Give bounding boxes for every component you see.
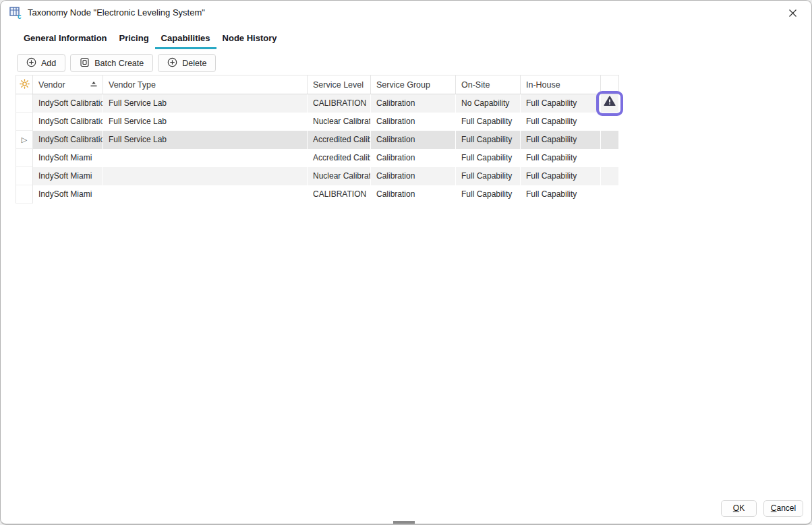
- column-header-service-level-label: Service Level: [313, 80, 364, 90]
- cell-service-group[interactable]: Calibration: [371, 113, 456, 131]
- capabilities-table: Vendor Vendor Type Service Level Service…: [16, 75, 619, 204]
- column-header-on-site[interactable]: On-Site: [456, 75, 521, 94]
- circle-plus-icon: [167, 57, 177, 69]
- cell-in-house[interactable]: Full Capability: [521, 113, 601, 131]
- tab-pricing[interactable]: Pricing: [113, 32, 155, 49]
- column-header-vendor-type-label: Vendor Type: [109, 80, 156, 90]
- batch-create-button[interactable]: Batch Create: [70, 54, 153, 72]
- cell-service-group[interactable]: Calibration: [371, 149, 456, 167]
- cell-vendor[interactable]: IndySoft Miami: [33, 185, 103, 204]
- batch-create-button-label: Batch Create: [94, 59, 144, 68]
- right-triangle-marker: ▷: [22, 131, 27, 148]
- cell-vendor-type[interactable]: Full Service Lab: [103, 113, 308, 131]
- taxonomy-node-dialog: c Taxonomy Node "Electronic Leveling Sys…: [0, 0, 812, 525]
- cell-service-group[interactable]: Calibration: [371, 185, 456, 204]
- delete-button[interactable]: Delete: [158, 54, 216, 72]
- column-header-service-group[interactable]: Service Group: [371, 75, 456, 94]
- cell-vendor[interactable]: IndySoft Calibratio: [33, 131, 103, 149]
- cell-in-house[interactable]: Full Capability: [521, 185, 601, 204]
- capability-column-header[interactable]: [16, 75, 33, 94]
- column-header-in-house[interactable]: In-House: [521, 75, 601, 94]
- cell-service-level[interactable]: CALIBRATION: [308, 94, 371, 113]
- circle-plus-icon: [26, 57, 36, 69]
- cell-service-group[interactable]: Calibration: [371, 94, 456, 113]
- warning-triangle-icon[interactable]: [604, 95, 616, 113]
- cell-warning: [601, 131, 619, 149]
- column-header-on-site-label: On-Site: [461, 80, 490, 90]
- cell-service-level[interactable]: Accredited Calib: [308, 149, 371, 167]
- column-header-vendor-label: Vendor: [38, 80, 65, 90]
- cell-warning: [601, 149, 619, 167]
- add-button-label: Add: [41, 59, 56, 68]
- row-selector[interactable]: [16, 113, 33, 131]
- ok-button[interactable]: OK: [721, 500, 757, 517]
- tab-general-information[interactable]: General Information: [18, 32, 113, 49]
- cell-on-site[interactable]: Full Capability: [456, 167, 521, 185]
- cell-in-house[interactable]: Full Capability: [521, 149, 601, 167]
- row-selector[interactable]: [16, 167, 33, 185]
- table-row[interactable]: IndySoft Miami Accredited Calib Calibrat…: [16, 149, 619, 167]
- screen-bottom-artifact: [393, 521, 415, 524]
- sort-ascending-icon: [90, 80, 98, 90]
- copy-document-icon: [80, 57, 90, 69]
- tab-capabilities[interactable]: Capabilities: [155, 32, 216, 49]
- table-row[interactable]: IndySoft Calibratio Full Service Lab CAL…: [16, 94, 619, 113]
- cell-warning: [601, 167, 619, 185]
- column-header-in-house-label: In-House: [526, 80, 560, 90]
- cell-on-site[interactable]: Full Capability: [456, 131, 521, 149]
- cell-service-level[interactable]: Accredited Calib: [308, 131, 371, 149]
- cell-warning: [601, 185, 619, 204]
- row-selector[interactable]: [16, 185, 33, 204]
- capabilities-toolbar: Add Batch Create Delete: [17, 54, 216, 72]
- cell-on-site[interactable]: Full Capability: [456, 113, 521, 131]
- column-header-service-group-label: Service Group: [376, 80, 430, 90]
- cell-vendor-type[interactable]: Full Service Lab: [103, 94, 308, 113]
- tab-node-history[interactable]: Node History: [216, 32, 283, 49]
- cell-service-level[interactable]: Nuclear Calibrati: [308, 113, 371, 131]
- cell-vendor-type[interactable]: [103, 167, 308, 185]
- cell-vendor[interactable]: IndySoft Calibratio: [33, 113, 103, 131]
- cell-warning: [601, 113, 619, 131]
- cell-vendor-type[interactable]: [103, 149, 308, 167]
- cell-service-group[interactable]: Calibration: [371, 167, 456, 185]
- tab-bar: General Information Pricing Capabilities…: [18, 32, 283, 49]
- taxonomy-grid-icon: c: [9, 6, 23, 20]
- cell-in-house[interactable]: Full Capability: [521, 131, 601, 149]
- title-bar: c Taxonomy Node "Electronic Leveling Sys…: [1, 1, 811, 25]
- cell-vendor[interactable]: IndySoft Miami: [33, 167, 103, 185]
- table-row-current[interactable]: ▷ IndySoft Calibratio Full Service Lab A…: [16, 131, 619, 149]
- close-x-icon[interactable]: [783, 4, 802, 22]
- cell-in-house[interactable]: Full Capability: [521, 94, 601, 113]
- cell-vendor-type[interactable]: Full Service Lab: [103, 131, 308, 149]
- delete-button-label: Delete: [182, 59, 206, 68]
- cell-on-site[interactable]: Full Capability: [456, 185, 521, 204]
- column-header-vendor-type[interactable]: Vendor Type: [103, 75, 308, 94]
- cell-on-site[interactable]: Full Capability: [456, 149, 521, 167]
- cell-vendor[interactable]: IndySoft Calibratio: [33, 94, 103, 113]
- column-header-service-level[interactable]: Service Level: [308, 75, 371, 94]
- row-selector[interactable]: [16, 149, 33, 167]
- cancel-button[interactable]: Cancel: [763, 500, 803, 517]
- table-row[interactable]: IndySoft Miami CALIBRATION Calibration F…: [16, 185, 619, 204]
- table-header-row: Vendor Vendor Type Service Level Service…: [16, 75, 619, 94]
- column-header-vendor[interactable]: Vendor: [33, 75, 103, 94]
- row-selector[interactable]: [16, 94, 33, 113]
- window-title: Taxonomy Node "Electronic Leveling Syste…: [28, 7, 205, 18]
- column-header-extra: [601, 75, 619, 94]
- cell-service-level[interactable]: Nuclear Calibrati: [308, 167, 371, 185]
- add-button[interactable]: Add: [17, 54, 65, 72]
- cell-in-house[interactable]: Full Capability: [521, 167, 601, 185]
- table-row[interactable]: IndySoft Miami Nuclear Calibrati Calibra…: [16, 167, 619, 185]
- cell-vendor-type[interactable]: [103, 185, 308, 204]
- svg-text:c: c: [18, 13, 22, 20]
- table-row[interactable]: IndySoft Calibratio Full Service Lab Nuc…: [16, 113, 619, 131]
- sun-icon: [20, 79, 30, 91]
- cell-vendor[interactable]: IndySoft Miami: [33, 149, 103, 167]
- current-row-marker[interactable]: ▷: [16, 131, 33, 149]
- cell-warning[interactable]: [601, 94, 619, 113]
- cell-on-site[interactable]: No Capability: [456, 94, 521, 113]
- cell-service-level[interactable]: CALIBRATION: [308, 185, 371, 204]
- cell-service-group[interactable]: Calibration: [371, 131, 456, 149]
